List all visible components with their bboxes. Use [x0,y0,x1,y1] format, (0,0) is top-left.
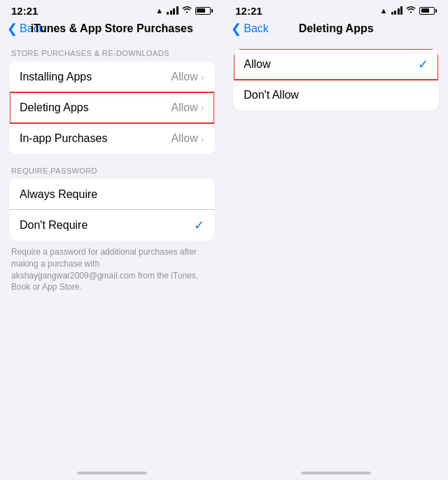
inapp-purchases-item[interactable]: In-app Purchases Allow › [10,123,214,154]
status-bar-right: 12:21 ▲ [224,0,448,20]
dont-allow-option-label: Don't Allow [244,89,299,101]
signal-icon [167,6,178,15]
deleting-apps-value: Allow › [172,101,204,114]
always-require-label: Always Require [20,188,97,201]
status-icons-right: ▲ [380,6,437,15]
nav-title-left: iTunes & App Store Purchases [31,22,193,35]
inapp-purchases-label: In-app Purchases [20,132,107,145]
require-password-list: Always Require Don't Require ✓ [10,179,214,241]
always-require-item[interactable]: Always Require [10,179,214,210]
home-indicator-right [301,472,371,474]
time-left: 12:21 [11,5,38,17]
options-list-wrapper: Allow ✓ Don't Allow [224,49,448,111]
right-screen: 12:21 ▲ ❮ Back Deleting Apps [224,0,448,480]
location-icon-right: ▲ [380,6,388,15]
inapp-purchases-value-text: Allow [172,132,198,145]
left-screen: 12:21 ▲ ❮ Back iTunes & App [0,0,224,480]
store-purchases-list: Installing Apps Allow › Deleting Apps Al… [10,62,214,154]
allow-option-label: Allow [244,58,270,71]
require-description: Require a password for additional purcha… [0,241,224,293]
installing-apps-value-text: Allow [172,71,198,83]
section-header-store: STORE PURCHASES & RE-DOWNLOADS [0,39,224,62]
battery-icon-right [419,7,437,15]
deleting-apps-item[interactable]: Deleting Apps Allow › [10,92,214,123]
time-right: 12:21 [235,5,262,17]
status-icons-left: ▲ [155,6,212,15]
installing-apps-value: Allow › [172,71,204,83]
inapp-purchases-chevron: › [201,133,204,145]
deleting-apps-label: Deleting Apps [20,101,89,114]
deleting-apps-chevron: › [201,101,204,113]
allow-option-checkmark: ✓ [418,57,428,72]
nav-title-right: Deleting Apps [299,22,374,35]
home-indicator-left [77,472,147,474]
wifi-icon-right [406,6,416,15]
nav-bar-right: ❮ Back Deleting Apps [224,20,448,39]
deleting-apps-options-list: Allow ✓ Don't Allow [234,49,438,111]
wifi-icon [182,6,192,15]
deleting-apps-value-text: Allow [172,101,198,114]
battery-icon [195,7,213,15]
status-bar-left: 12:21 ▲ [0,0,224,20]
dont-require-item[interactable]: Don't Require ✓ [10,210,214,241]
dont-require-label: Don't Require [20,219,88,232]
installing-apps-label: Installing Apps [20,71,92,83]
section-header-require: REQUIRE PASSWORD [0,157,224,179]
back-button-right[interactable]: ❮ Back [231,22,269,35]
signal-icon-right [391,6,403,15]
back-label-right: Back [244,22,269,35]
location-icon: ▲ [155,6,163,15]
inapp-purchases-value: Allow › [172,132,204,145]
installing-apps-chevron: › [201,71,204,83]
back-chevron-icon-right: ❮ [231,22,241,35]
dont-allow-option-item[interactable]: Don't Allow [234,80,438,111]
back-chevron-icon: ❮ [7,22,18,35]
installing-apps-item[interactable]: Installing Apps Allow › [10,62,214,92]
allow-option-item[interactable]: Allow ✓ [234,49,438,80]
dont-require-checkmark: ✓ [194,218,204,233]
nav-bar-left: ❮ Back iTunes & App Store Purchases [0,20,224,39]
